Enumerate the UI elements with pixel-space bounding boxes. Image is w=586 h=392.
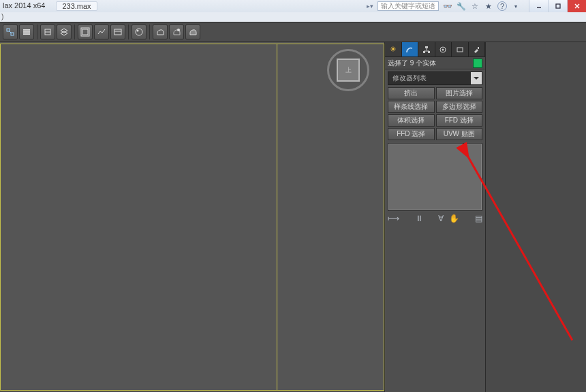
svg-point-18	[136, 29, 142, 35]
view-cube[interactable]: 上	[327, 49, 369, 91]
toolbar-layers-icon[interactable]	[19, 24, 34, 39]
color-swatch[interactable]	[473, 59, 482, 68]
svg-rect-15	[82, 29, 88, 35]
title-left: lax 2014 x64 233.max	[0, 1, 97, 11]
uvw-map-button[interactable]: UVW 贴图	[436, 128, 483, 140]
viewcube-face[interactable]: 上	[337, 59, 360, 82]
dropdown-icon[interactable]: ▾	[511, 1, 521, 11]
key-icon[interactable]: 🔧	[457, 1, 466, 11]
modifier-stack[interactable]	[388, 143, 482, 211]
tab-motion[interactable]	[435, 42, 452, 56]
main-toolbar	[0, 22, 586, 42]
svg-rect-5	[11, 33, 14, 35]
svg-rect-1	[556, 4, 560, 8]
help-search-input[interactable]: 输入关键字或短语	[377, 1, 439, 11]
make-unique-icon[interactable]: ∀	[438, 214, 444, 223]
svg-marker-12	[61, 29, 67, 33]
svg-rect-7	[23, 29, 30, 31]
svg-line-6	[10, 31, 11, 33]
modifier-buttons-grid: 挤出 图片选择 样条线选择 多边形选择 体积选择 FFD 选择 FFD 选择 U…	[388, 87, 482, 140]
modifier-list-dropdown[interactable]: 修改器列表	[388, 71, 482, 85]
tab-display[interactable]	[452, 42, 469, 56]
svg-point-19	[137, 30, 139, 32]
svg-rect-4	[7, 29, 10, 31]
ffd-select2-button[interactable]: FFD 选择	[388, 128, 435, 140]
favorite-icon[interactable]: ★	[484, 1, 493, 11]
star-icon[interactable]: ☆	[470, 1, 480, 11]
svg-rect-9	[23, 33, 30, 35]
command-panel: ☀ 选择了 9 个实体 修改器列表 挤出 图片选择 样条线选择 多边形选择 体积…	[384, 42, 485, 392]
maximize-button[interactable]	[548, 0, 567, 12]
svg-marker-13	[61, 31, 67, 35]
window-title-bar: lax 2014 x64 233.max ▸▾ 输入关键字或短语 👓 🔧 ☆ ★…	[0, 0, 586, 12]
configure-sets-icon[interactable]: ▤	[475, 214, 482, 223]
svg-point-20	[177, 29, 180, 31]
tab-utilities[interactable]	[469, 42, 486, 56]
viewport-border	[0, 44, 384, 391]
remove-modifier-icon[interactable]: ✋	[449, 214, 459, 223]
tab-modify[interactable]	[402, 42, 419, 56]
stack-toolbar: ⟼ ⏸ ∀ ✋ ▤	[388, 214, 482, 223]
command-panel-tabs: ☀	[385, 42, 485, 57]
tab-hierarchy[interactable]	[418, 42, 435, 56]
minimize-button[interactable]	[529, 0, 548, 12]
app-name: lax 2014 x64	[3, 1, 45, 11]
selection-info-text: 选择了 9 个实体	[388, 59, 470, 68]
toolbar-dope-sheet-icon[interactable]	[110, 24, 125, 39]
pin-stack-icon[interactable]: ⟼	[388, 214, 399, 223]
svg-rect-8	[23, 31, 30, 33]
image-select-button[interactable]: 图片选择	[436, 87, 483, 99]
poly-select-button[interactable]: 多边形选择	[436, 101, 483, 113]
svg-rect-29	[478, 47, 479, 49]
toolbar-curve-editor-icon[interactable]	[78, 24, 93, 39]
help-icon[interactable]: ?	[497, 1, 507, 11]
ffd-select-button[interactable]: FFD 选择	[436, 114, 483, 127]
window-controls	[529, 0, 586, 12]
toolbar-material-icon[interactable]	[132, 24, 146, 39]
svg-point-27	[442, 48, 444, 50]
toolbar-render-setup-icon[interactable]	[153, 24, 168, 39]
far-right-strip	[485, 42, 586, 392]
svg-rect-21	[425, 46, 428, 48]
toolbar-render-frame-icon[interactable]	[169, 24, 184, 39]
viewport-divider[interactable]	[277, 44, 277, 391]
toolbar-render-icon[interactable]	[185, 24, 200, 39]
toolbar-schematic-icon[interactable]	[40, 24, 55, 39]
dropdown-arrow-icon[interactable]	[471, 72, 482, 84]
modifier-list-label: 修改器列表	[392, 74, 427, 83]
viewport-area[interactable]	[0, 42, 384, 391]
toolbar-layer-manager-icon[interactable]	[57, 24, 72, 39]
svg-rect-16	[114, 29, 121, 35]
sub-bar: )	[0, 12, 586, 22]
close-button[interactable]	[567, 0, 586, 12]
binoculars-icon[interactable]: 👓	[443, 1, 452, 11]
svg-rect-28	[457, 48, 463, 52]
toolbar-select-link-icon[interactable]	[3, 24, 18, 39]
show-end-result-icon[interactable]: ⏸	[415, 214, 423, 223]
volume-select-button[interactable]: 体积选择	[388, 114, 435, 127]
extrude-button[interactable]: 挤出	[388, 87, 435, 99]
sun-icon: ☀	[390, 45, 397, 54]
spline-select-button[interactable]: 样条线选择	[388, 101, 435, 113]
tab-create[interactable]: ☀	[385, 42, 402, 56]
file-name-tab[interactable]: 233.max	[56, 1, 97, 11]
toolbar-graph-icon[interactable]	[94, 24, 109, 39]
dropdown-toggle-icon[interactable]: ▸▾	[367, 3, 373, 10]
selection-info-row: 选择了 9 个实体	[385, 57, 485, 69]
